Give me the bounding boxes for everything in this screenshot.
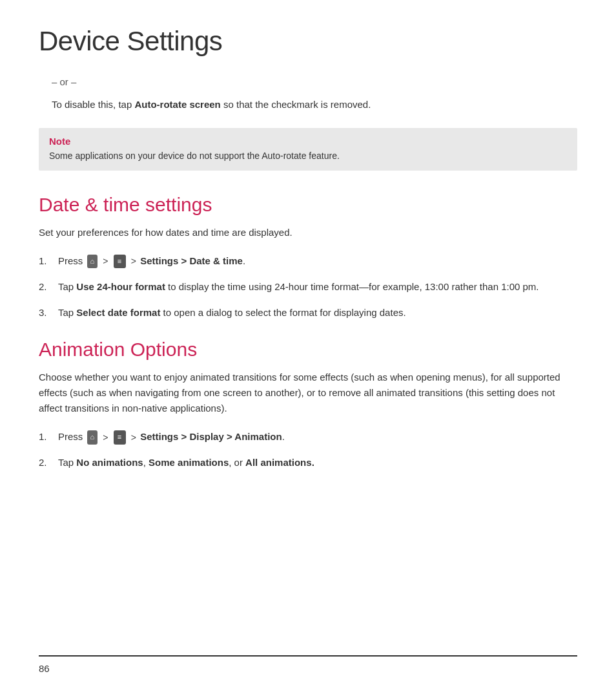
all-animations-bold: All animations. xyxy=(245,457,314,468)
no-animations-bold: No animations xyxy=(76,457,143,468)
anim-step-2-content: Tap No animations, Some animations, or A… xyxy=(58,455,577,470)
step-1-content: Press ⌂ > ≡ > Settings > Date & time. xyxy=(58,253,577,269)
disable-text-after: so that the checkmark is removed. xyxy=(221,99,371,110)
chevron-1a: > xyxy=(103,254,108,268)
page-number: 86 xyxy=(39,663,50,674)
animation-description: Choose whether you want to enjoy animate… xyxy=(39,370,577,416)
or-line: – or – xyxy=(39,76,577,87)
auto-rotate-screen-bold: Auto-rotate screen xyxy=(134,99,220,110)
anim-step-1-content: Press ⌂ > ≡ > Settings > Display > Anima… xyxy=(58,429,577,445)
disable-text-before: To disable this, tap xyxy=(52,99,134,110)
disable-text: To disable this, tap Auto-rotate screen … xyxy=(39,98,577,112)
step-3-number: 3. xyxy=(39,305,58,321)
page-footer: 86 xyxy=(39,655,577,675)
select-date-format-bold: Select date format xyxy=(76,307,160,318)
date-time-title: Date & time settings xyxy=(39,194,577,216)
menu-icon-2: ≡ xyxy=(114,430,126,445)
some-animations-bold: Some animations xyxy=(149,457,229,468)
animation-step-2: 2. Tap No animations, Some animations, o… xyxy=(39,455,577,470)
date-time-description: Set your preferences for how dates and t… xyxy=(39,225,577,240)
date-time-step-1: 1. Press ⌂ > ≡ > Settings > Date & time. xyxy=(39,253,577,269)
date-time-step-3: 3. Tap Select date format to open a dial… xyxy=(39,305,577,321)
step-3-content: Tap Select date format to open a dialog … xyxy=(58,305,577,321)
animation-step-1: 1. Press ⌂ > ≡ > Settings > Display > An… xyxy=(39,429,577,445)
animation-title: Animation Options xyxy=(39,339,577,361)
step-1-number: 1. xyxy=(39,253,58,269)
anim-step-1-number: 1. xyxy=(39,429,58,445)
anim-step-2-number: 2. xyxy=(39,455,58,470)
note-label: Note xyxy=(49,136,567,147)
chevron-2b: > xyxy=(131,430,136,445)
date-time-section: Date & time settings Set your preference… xyxy=(39,194,577,321)
anim-step-1-path: Settings > Display > Animation xyxy=(140,431,282,442)
step-2-number: 2. xyxy=(39,279,58,295)
chevron-1b: > xyxy=(131,254,136,268)
home-icon-2: ⌂ xyxy=(87,430,98,445)
note-content: Some applications on your device do not … xyxy=(49,149,567,163)
date-time-step-2: 2. Tap Use 24-hour format to display the… xyxy=(39,279,577,295)
use-24-hour-bold: Use 24-hour format xyxy=(76,281,165,292)
animation-section: Animation Options Choose whether you wan… xyxy=(39,339,577,470)
note-box: Note Some applications on your device do… xyxy=(39,128,577,171)
step-2-content: Tap Use 24-hour format to display the ti… xyxy=(58,279,577,295)
menu-icon-1: ≡ xyxy=(114,255,126,269)
step-1-settings-path: Settings > Date & time xyxy=(140,255,243,266)
page-title: Device Settings xyxy=(39,26,577,57)
home-icon-1: ⌂ xyxy=(87,255,98,269)
chevron-2a: > xyxy=(103,430,108,445)
